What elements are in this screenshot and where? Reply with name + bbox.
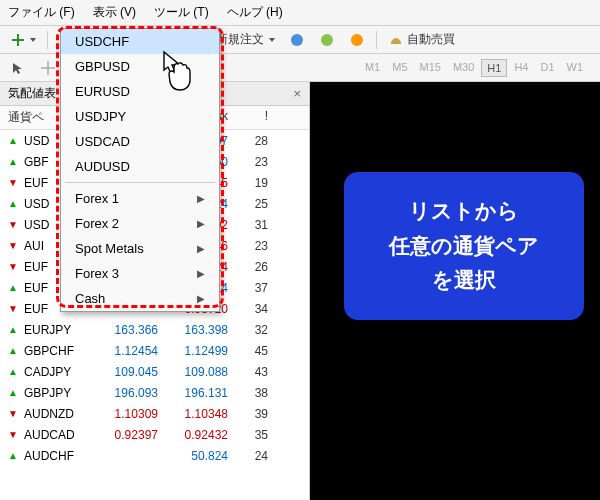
timeframe-m5[interactable]: M5: [387, 59, 412, 77]
separator: [47, 31, 48, 49]
symbol-cell: AUDCHF: [24, 449, 88, 463]
chevron-right-icon: ▶: [197, 243, 205, 254]
symbol-cell: AUDNZD: [24, 407, 88, 421]
timeframe-h1[interactable]: H1: [481, 59, 507, 77]
direction-icon: ▼: [8, 177, 24, 188]
spread-cell: 32: [228, 323, 268, 337]
symbol-dropdown: USDCHFGBPUSDEURUSDUSDJPYUSDCADAUDUSDFore…: [60, 28, 220, 312]
timeframe-d1[interactable]: D1: [535, 59, 559, 77]
toolbar-icon[interactable]: [344, 29, 370, 51]
cursor-tool[interactable]: [6, 58, 30, 78]
timeframe-w1[interactable]: W1: [562, 59, 589, 77]
separator: [376, 31, 377, 49]
spread-cell: 45: [228, 344, 268, 358]
crosshair-tool[interactable]: [36, 58, 60, 78]
quote-row[interactable]: ▲EURJPY163.366163.39832: [0, 319, 309, 340]
quote-row[interactable]: ▲GBPCHF1.124541.1249945: [0, 340, 309, 361]
auto-trade-button[interactable]: 自動売買: [383, 28, 460, 51]
dropdown-item-usdcad[interactable]: USDCAD: [61, 129, 219, 154]
quote-row[interactable]: ▼AUDNZD1.103091.1034839: [0, 403, 309, 424]
svg-point-7: [321, 34, 333, 46]
dropdown-item-gbpusd[interactable]: GBPUSD: [61, 54, 219, 79]
direction-icon: ▲: [8, 345, 24, 356]
dropdown-submenu-cash[interactable]: Cash▶: [61, 286, 219, 311]
panel-tab-label[interactable]: 気配値表: [8, 85, 56, 102]
timeframe-selector: M1M5M15M30H1H4D1W1: [360, 59, 594, 77]
dropdown-item-usdchf[interactable]: USDCHF: [61, 29, 219, 54]
chevron-right-icon: ▶: [197, 193, 205, 204]
dropdown-separator: [65, 182, 215, 183]
menu-help[interactable]: ヘルプ (H): [227, 4, 283, 21]
quote-row[interactable]: ▼AUDCAD0.923970.9243235: [0, 424, 309, 445]
menu-file[interactable]: ファイル (F): [8, 4, 75, 21]
symbol-cell: GBPJPY: [24, 386, 88, 400]
hat-icon: [388, 32, 404, 48]
direction-icon: ▲: [8, 156, 24, 167]
toolbar-icon[interactable]: [284, 29, 310, 51]
col-spread[interactable]: !: [228, 109, 268, 126]
ask-cell: 1.10348: [158, 407, 228, 421]
direction-icon: ▼: [8, 219, 24, 230]
direction-icon: ▲: [8, 282, 24, 293]
ask-cell: 196.131: [158, 386, 228, 400]
chevron-right-icon: ▶: [197, 218, 205, 229]
annotation-callout: リストから 任意の通貨ペア を選択: [344, 172, 584, 320]
panel-close-button[interactable]: ×: [293, 86, 301, 101]
bid-cell: 0.92397: [88, 428, 158, 442]
spread-cell: 25: [228, 197, 268, 211]
svg-point-6: [291, 34, 303, 46]
quote-row[interactable]: ▲GBPJPY196.093196.13138: [0, 382, 309, 403]
spread-cell: 39: [228, 407, 268, 421]
symbol-cell: CADJPY: [24, 365, 88, 379]
toolbar-icon[interactable]: [314, 29, 340, 51]
bid-cell: 109.045: [88, 365, 158, 379]
ask-cell: 0.92432: [158, 428, 228, 442]
bid-cell: 1.12454: [88, 344, 158, 358]
dropdown-item-usdjpy[interactable]: USDJPY: [61, 104, 219, 129]
dropdown-item-audusd[interactable]: AUDUSD: [61, 154, 219, 179]
dropdown-submenu-forex-2[interactable]: Forex 2▶: [61, 211, 219, 236]
ask-cell: 1.12499: [158, 344, 228, 358]
quote-row[interactable]: ▲AUDCHF50.82424: [0, 445, 309, 466]
spread-cell: 26: [228, 260, 268, 274]
plus-icon: [11, 33, 25, 47]
direction-icon: ▼: [8, 240, 24, 251]
add-chart-button[interactable]: [6, 30, 41, 50]
direction-icon: ▼: [8, 408, 24, 419]
ask-cell: 163.398: [158, 323, 228, 337]
direction-icon: ▲: [8, 324, 24, 335]
spread-cell: 23: [228, 155, 268, 169]
quote-row[interactable]: ▲CADJPY109.045109.08843: [0, 361, 309, 382]
timeframe-h4[interactable]: H4: [509, 59, 533, 77]
spread-cell: 43: [228, 365, 268, 379]
svg-point-8: [351, 34, 363, 46]
symbol-cell: GBPCHF: [24, 344, 88, 358]
direction-icon: ▼: [8, 429, 24, 440]
spread-cell: 37: [228, 281, 268, 295]
menu-view[interactable]: 表示 (V): [93, 4, 136, 21]
timeframe-m15[interactable]: M15: [415, 59, 446, 77]
bid-cell: 1.10309: [88, 407, 158, 421]
bid-cell: 163.366: [88, 323, 158, 337]
dropdown-submenu-spot-metals[interactable]: Spot Metals▶: [61, 236, 219, 261]
timeframe-m1[interactable]: M1: [360, 59, 385, 77]
chevron-right-icon: ▶: [197, 268, 205, 279]
spread-cell: 19: [228, 176, 268, 190]
ask-cell: 50.824: [158, 449, 228, 463]
dropdown-submenu-forex-1[interactable]: Forex 1▶: [61, 186, 219, 211]
direction-icon: ▲: [8, 366, 24, 377]
spread-cell: 24: [228, 449, 268, 463]
dropdown-item-eurusd[interactable]: EURUSD: [61, 79, 219, 104]
direction-icon: ▼: [8, 303, 24, 314]
spread-cell: 34: [228, 302, 268, 316]
timeframe-m30[interactable]: M30: [448, 59, 479, 77]
dropdown-submenu-forex-3[interactable]: Forex 3▶: [61, 261, 219, 286]
spread-cell: 35: [228, 428, 268, 442]
auto-trade-label: 自動売買: [407, 31, 455, 48]
menu-tools[interactable]: ツール (T): [154, 4, 209, 21]
menubar: ファイル (F) 表示 (V) ツール (T) ヘルプ (H): [0, 0, 600, 26]
callout-line: リストから: [358, 194, 570, 229]
spread-cell: 28: [228, 134, 268, 148]
direction-icon: ▲: [8, 198, 24, 209]
symbol-cell: AUDCAD: [24, 428, 88, 442]
